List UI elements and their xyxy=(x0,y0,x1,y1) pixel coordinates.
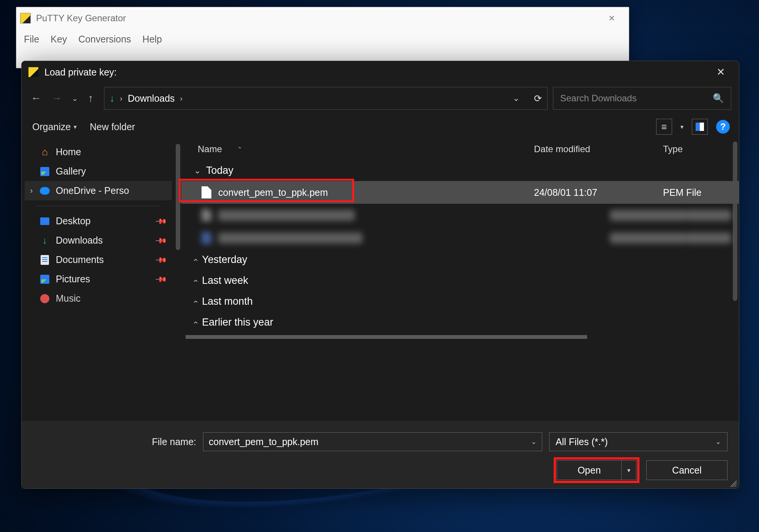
breadcrumb-dropdown-icon[interactable]: ⌄ xyxy=(513,93,520,103)
file-type: PEM File xyxy=(663,187,731,198)
dialog-title: Load private key: xyxy=(44,67,709,78)
sidebar-item-home[interactable]: ⌂ Home xyxy=(25,142,172,162)
search-input[interactable] xyxy=(560,93,707,104)
music-icon xyxy=(40,294,49,303)
view-mode-button[interactable]: ≡ xyxy=(656,119,672,135)
group-label: Yesterday xyxy=(202,254,247,266)
file-date-redacted: x xyxy=(610,233,686,244)
preview-pane-button[interactable] xyxy=(692,119,708,135)
onedrive-icon xyxy=(40,187,50,195)
breadcrumb-bar[interactable]: ↓ › Downloads › ⌄ ⟳ xyxy=(104,87,548,110)
sidebar-item-downloads[interactable]: ↓ Downloads 📌 xyxy=(25,231,172,250)
puttygen-window: PuTTY Key Generator × File Key Conversio… xyxy=(16,7,629,68)
refresh-button[interactable]: ⟳ xyxy=(534,93,542,104)
file-type-filter[interactable]: All Files (*.*) ⌄ xyxy=(549,432,728,451)
pin-icon: 📌 xyxy=(154,272,168,286)
col-name-header[interactable]: Name xyxy=(198,144,222,154)
sidebar-scrollbar[interactable] xyxy=(176,144,180,250)
chevron-down-icon[interactable]: ⌄ xyxy=(715,438,721,446)
pin-icon: 📌 xyxy=(154,253,168,266)
view-mode-chevron-icon[interactable]: ▾ xyxy=(680,123,683,131)
group-today[interactable]: ⌄ Today xyxy=(181,160,739,181)
help-button[interactable]: ? xyxy=(716,120,730,134)
filename-input[interactable]: convert_pem_to_ppk.pem ⌄ xyxy=(203,432,542,451)
file-type-redacted: x xyxy=(686,210,731,221)
preview-pane-icon xyxy=(696,123,704,131)
file-type-redacted: x xyxy=(686,233,731,244)
dialog-close-button[interactable]: ✕ xyxy=(709,66,732,78)
help-icon: ? xyxy=(720,121,726,132)
puttygen-titlebar: PuTTY Key Generator × xyxy=(16,7,629,29)
pin-icon: 📌 xyxy=(154,214,168,228)
open-button-split[interactable]: ▾ xyxy=(621,460,636,480)
puttygen-close-button[interactable]: × xyxy=(598,12,625,24)
sidebar-item-label: Home xyxy=(56,146,81,157)
sidebar-item-music[interactable]: Music xyxy=(25,289,172,308)
organize-menu[interactable]: Organize ▾ xyxy=(32,121,77,132)
group-yesterday[interactable]: › Yesterday xyxy=(181,249,739,270)
file-row-redacted[interactable]: x x x xyxy=(181,204,739,227)
file-icon xyxy=(202,232,211,244)
file-list: Name ⌃ Date modified Type ⌄ Today conver… xyxy=(181,140,739,421)
home-icon: ⌂ xyxy=(40,147,50,157)
pictures-icon xyxy=(40,275,49,284)
dialog-toolbar: Organize ▾ New folder ≡ ▾ ? xyxy=(22,113,739,140)
group-label: Last month xyxy=(202,296,253,307)
file-row[interactable]: convert_pem_to_ppk.pem 24/08/01 11:07 PE… xyxy=(181,181,739,204)
nav-up-button[interactable]: ↑ xyxy=(88,92,93,104)
downloads-icon: ↓ xyxy=(40,236,50,246)
group-last-week[interactable]: › Last week xyxy=(181,270,739,291)
column-headers[interactable]: Name ⌃ Date modified Type xyxy=(181,140,739,160)
chevron-down-icon: ⌄ xyxy=(194,166,201,176)
dialog-body: ⌂ Home Gallery OneDrive - Perso Desktop … xyxy=(22,140,739,421)
col-date-header[interactable]: Date modified xyxy=(534,144,663,154)
sidebar-item-label: Music xyxy=(56,293,80,304)
sidebar-item-pictures[interactable]: Pictures 📌 xyxy=(25,269,172,289)
cancel-button[interactable]: Cancel xyxy=(646,460,728,480)
nav-back-button[interactable]: ← xyxy=(31,92,41,104)
puttygen-menubar: File Key Conversions Help xyxy=(16,29,629,49)
sidebar: ⌂ Home Gallery OneDrive - Perso Desktop … xyxy=(22,140,181,421)
nav-forward-button[interactable]: → xyxy=(51,92,62,104)
sidebar-item-label: OneDrive - Perso xyxy=(56,185,129,196)
resize-grip[interactable] xyxy=(728,478,737,487)
dialog-nav-row: ← → ⌄ ↑ ↓ › Downloads › ⌄ ⟳ 🔍 xyxy=(22,83,739,113)
menu-file[interactable]: File xyxy=(24,34,39,45)
search-icon: 🔍 xyxy=(713,93,724,104)
filename-value: convert_pem_to_ppk.pem xyxy=(209,436,318,447)
open-button[interactable]: Open xyxy=(557,460,621,480)
sidebar-item-documents[interactable]: Documents 📌 xyxy=(25,250,172,269)
breadcrumb-current[interactable]: Downloads xyxy=(128,93,175,104)
filelist-horizontal-scrollbar[interactable] xyxy=(186,335,587,339)
downloads-location-icon: ↓ xyxy=(110,93,115,104)
sidebar-item-onedrive[interactable]: OneDrive - Perso xyxy=(25,181,172,200)
dialog-titlebar: Load private key: ✕ xyxy=(22,61,739,83)
sidebar-divider xyxy=(36,206,161,206)
filter-value: All Files (*.*) xyxy=(556,436,608,447)
file-date: 24/08/01 11:07 xyxy=(534,187,663,198)
sidebar-item-label: Gallery xyxy=(56,166,86,177)
chevron-down-icon: ▾ xyxy=(627,467,630,474)
file-date-redacted: x xyxy=(610,210,686,221)
file-row-redacted[interactable]: x x x xyxy=(181,227,739,249)
search-box[interactable]: 🔍 xyxy=(553,87,731,110)
chevron-right-icon: › xyxy=(191,300,200,303)
sidebar-item-desktop[interactable]: Desktop 📌 xyxy=(25,211,172,231)
dialog-bottom-panel: File name: convert_pem_to_ppk.pem ⌄ All … xyxy=(22,421,739,488)
nav-history-chevron-icon[interactable]: ⌄ xyxy=(72,94,78,103)
group-last-month[interactable]: › Last month xyxy=(181,291,739,312)
chevron-down-icon[interactable]: ⌄ xyxy=(531,438,537,446)
new-folder-button[interactable]: New folder xyxy=(90,121,135,132)
open-button-label: Open xyxy=(578,465,601,476)
sidebar-item-label: Documents xyxy=(56,254,104,265)
sidebar-item-label: Desktop xyxy=(56,216,91,227)
menu-help[interactable]: Help xyxy=(142,34,162,45)
puttygen-title: PuTTY Key Generator xyxy=(36,13,598,24)
menu-conversions[interactable]: Conversions xyxy=(78,34,131,45)
menu-key[interactable]: Key xyxy=(50,34,67,45)
chevron-down-icon: ▾ xyxy=(74,123,77,131)
breadcrumb-sep-icon: › xyxy=(180,94,183,103)
group-earlier-year[interactable]: › Earlier this year xyxy=(181,312,739,333)
col-type-header[interactable]: Type xyxy=(663,144,731,154)
sidebar-item-gallery[interactable]: Gallery xyxy=(25,162,172,181)
